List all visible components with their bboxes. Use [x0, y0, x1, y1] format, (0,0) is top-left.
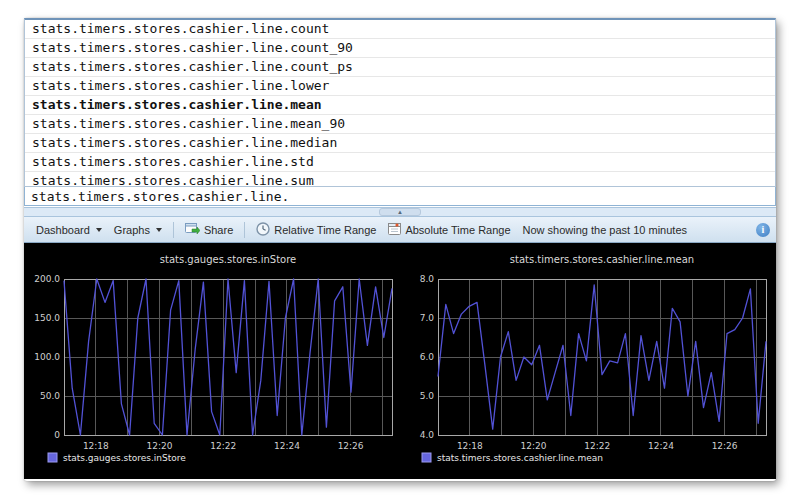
list-item[interactable]: stats.timers.stores.cashier.line.median	[25, 134, 775, 153]
dashboard-menu-label: Dashboard	[36, 224, 90, 236]
relative-time-range-label: Relative Time Range	[274, 224, 376, 236]
info-icon[interactable]: i	[756, 223, 770, 237]
x-axis-tick-label: 12:24	[648, 441, 674, 451]
legend-swatch	[422, 453, 431, 462]
x-axis-tick-label: 12:18	[457, 441, 483, 451]
y-axis-tick-label: 50.0	[40, 391, 60, 401]
absolute-time-range-button[interactable]: Absolute Time Range	[382, 219, 516, 241]
y-axis-tick-label: 200.0	[34, 274, 60, 284]
y-axis-tick-label: 6.0	[420, 352, 435, 362]
x-axis-tick-label: 12:24	[274, 441, 300, 451]
chart-title: stats.timers.stores.cashier.line.mean	[510, 254, 694, 265]
y-axis-tick-label: 8.0	[420, 274, 435, 284]
chart-title: stats.gauges.stores.inStore	[160, 254, 297, 265]
share-button[interactable]: Share	[179, 219, 239, 241]
list-item[interactable]: stats.timers.stores.cashier.line.mean_90	[25, 115, 775, 134]
graphs-menu-label: Graphs	[114, 224, 150, 236]
y-axis-tick-label: 0	[54, 430, 60, 440]
legend-swatch	[48, 453, 57, 462]
status-text: Now showing the past 10 minutes	[523, 224, 687, 236]
calendar-icon	[388, 222, 401, 238]
x-axis-tick-label: 12:26	[338, 441, 364, 451]
x-axis-tick-label: 12:22	[584, 441, 610, 451]
y-axis-tick-label: 7.0	[420, 313, 435, 323]
chart-stats-gauges-stores-instore[interactable]: 050.0100.0150.0200.012:1812:2012:2212:24…	[26, 243, 400, 479]
absolute-time-range-label: Absolute Time Range	[405, 224, 510, 236]
toolbar-separator	[173, 222, 174, 238]
x-axis-tick-label: 12:18	[83, 441, 109, 451]
x-axis-tick-label: 12:20	[521, 441, 547, 451]
x-axis-tick-label: 12:20	[147, 441, 173, 451]
x-axis-tick-label: 12:26	[712, 441, 738, 451]
collapse-handle[interactable]: ▲	[379, 208, 421, 216]
chart-stats-timers-cashier-line-mean[interactable]: 4.05.06.07.08.012:1812:2012:2212:2412:26…	[400, 243, 774, 479]
share-label: Share	[204, 224, 233, 236]
chart-legend-label: stats.timers.stores.cashier.line.mean	[437, 453, 603, 463]
relative-time-range-button[interactable]: Relative Time Range	[250, 219, 382, 241]
metric-search-input[interactable]	[24, 187, 776, 206]
x-axis-tick-label: 12:22	[210, 441, 236, 451]
dashboard-menu-button[interactable]: Dashboard	[30, 221, 108, 239]
y-axis-tick-label: 100.0	[34, 352, 60, 362]
y-axis-tick-label: 5.0	[420, 391, 435, 401]
collapse-arrow-icon: ▲	[397, 209, 403, 215]
toolbar: Dashboard Graphs Share	[24, 217, 776, 243]
list-item[interactable]: stats.timers.stores.cashier.line.lower	[25, 77, 775, 96]
list-item[interactable]: stats.timers.stores.cashier.line.count_p…	[25, 58, 775, 77]
list-item[interactable]: stats.timers.stores.cashier.line.count	[25, 20, 775, 39]
list-item[interactable]: stats.timers.stores.cashier.line.std	[25, 153, 775, 172]
share-icon	[185, 222, 200, 238]
chevron-down-icon	[96, 228, 102, 232]
panel-splitter[interactable]: ▲	[24, 207, 776, 217]
charts-area: 050.0100.0150.0200.012:1812:2012:2212:24…	[24, 243, 776, 479]
y-axis-tick-label: 150.0	[34, 313, 60, 323]
graphs-menu-button[interactable]: Graphs	[108, 221, 168, 239]
chart-legend-label: stats.gauges.stores.inStore	[63, 453, 186, 463]
graphite-dashboard-window: stats.timers.stores.cashier.line.countst…	[24, 18, 776, 481]
list-item[interactable]: stats.timers.stores.cashier.line.mean	[25, 96, 775, 115]
list-item[interactable]: stats.timers.stores.cashier.line.count_9…	[25, 39, 775, 58]
list-item[interactable]: stats.timers.stores.cashier.line.sum	[25, 172, 775, 187]
clock-icon	[256, 222, 270, 238]
toolbar-separator	[244, 222, 245, 238]
y-axis-tick-label: 4.0	[420, 430, 435, 440]
chevron-down-icon	[156, 228, 162, 232]
autocomplete-list: stats.timers.stores.cashier.line.countst…	[24, 18, 776, 187]
